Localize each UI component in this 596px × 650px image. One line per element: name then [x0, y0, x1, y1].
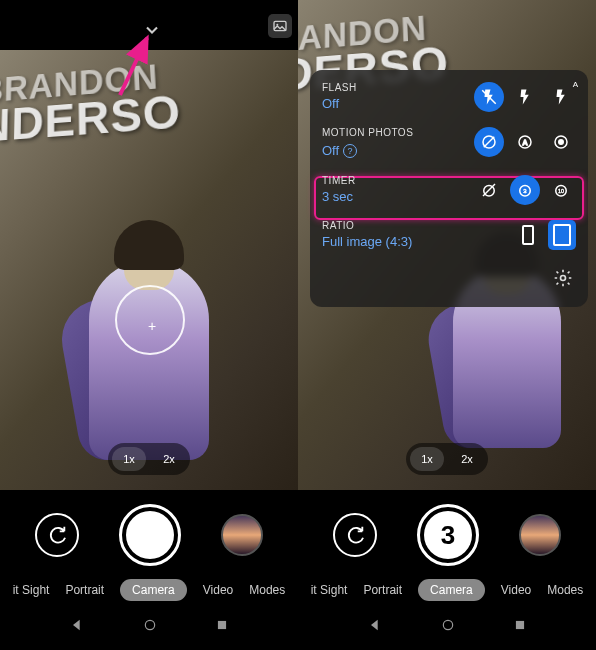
svg-line-6 — [484, 137, 495, 148]
nav-recent-icon[interactable] — [513, 618, 527, 636]
mode-modes[interactable]: Modes — [547, 583, 583, 597]
svg-point-10 — [559, 140, 564, 145]
phone-screenshot-right: BRANDON NDERSO FLASH Off A MOTION PH — [298, 0, 596, 650]
mode-camera[interactable]: Camera — [120, 579, 187, 601]
camera-viewfinder[interactable]: BRANDON NDERSO + 1x 2x — [0, 50, 298, 490]
mode-camera[interactable]: Camera — [418, 579, 485, 601]
setting-motion-row: MOTION PHOTOS Off? A — [322, 127, 576, 159]
zoom-2x[interactable]: 2x — [450, 447, 484, 471]
motion-off-icon[interactable] — [474, 127, 504, 157]
ratio-43-icon[interactable] — [548, 220, 576, 250]
mode-portrait[interactable]: Portrait — [65, 583, 104, 597]
svg-point-2 — [145, 620, 154, 629]
timer-3s-icon[interactable]: 3 — [510, 175, 540, 205]
gear-icon[interactable] — [550, 265, 576, 291]
zoom-selector: 1x 2x — [108, 443, 190, 475]
svg-text:A: A — [523, 139, 528, 146]
camera-settings-panel: FLASH Off A MOTION PHOTOS Off? A — [310, 70, 588, 307]
svg-point-18 — [443, 620, 452, 629]
mode-portrait[interactable]: Portrait — [363, 583, 402, 597]
nav-recent-icon[interactable] — [215, 618, 229, 636]
flash-on-icon[interactable] — [546, 82, 576, 112]
mode-video[interactable]: Video — [501, 583, 531, 597]
motion-auto-icon[interactable]: A — [510, 127, 540, 157]
last-photo-thumbnail[interactable] — [519, 514, 561, 556]
switch-camera-button[interactable] — [35, 513, 79, 557]
help-icon[interactable]: ? — [343, 144, 357, 158]
zoom-1x[interactable]: 1x — [112, 447, 146, 471]
android-navbar — [298, 612, 596, 642]
camera-viewfinder[interactable]: BRANDON NDERSO FLASH Off A MOTION PH — [298, 0, 596, 490]
mode-modes[interactable]: Modes — [249, 583, 285, 597]
android-navbar — [0, 612, 298, 642]
camera-controls: 3 — [298, 495, 596, 575]
shutter-button[interactable] — [119, 504, 181, 566]
book-cover-title: BRANDON NDERSO — [0, 50, 298, 191]
setting-flash-row: FLASH Off A — [322, 82, 576, 111]
mode-selector[interactable]: it Sight Portrait Camera Video Modes — [0, 575, 298, 605]
shutter-countdown: 3 — [424, 511, 472, 559]
nav-back-icon[interactable] — [367, 617, 383, 637]
mode-video[interactable]: Video — [203, 583, 233, 597]
top-bar — [0, 0, 298, 50]
mode-night-sight[interactable]: it Sight — [13, 583, 50, 597]
setting-timer-row: TIMER 3 sec 3 10 — [322, 175, 576, 204]
focus-crosshair: + — [148, 318, 156, 334]
flash-off-icon[interactable] — [474, 82, 504, 112]
svg-point-17 — [561, 276, 566, 281]
timer-off-icon[interactable] — [474, 175, 504, 205]
svg-rect-3 — [218, 621, 226, 629]
mode-selector[interactable]: it Sight Portrait Camera Video Modes — [298, 575, 596, 605]
timer-10s-icon[interactable]: 10 — [546, 175, 576, 205]
ratio-34-icon[interactable] — [514, 220, 542, 250]
last-photo-thumbnail[interactable] — [221, 514, 263, 556]
nav-home-icon[interactable] — [143, 618, 157, 636]
svg-text:10: 10 — [558, 188, 564, 194]
motion-on-icon[interactable] — [546, 127, 576, 157]
flash-auto-icon[interactable]: A — [510, 82, 540, 112]
nav-back-icon[interactable] — [69, 617, 85, 637]
svg-text:3: 3 — [523, 188, 527, 194]
gallery-icon[interactable] — [268, 14, 292, 38]
phone-screenshot-left: BRANDON NDERSO + 1x 2x it Sight Portrait… — [0, 0, 298, 650]
motion-value: Off? — [322, 143, 357, 158]
switch-camera-button[interactable] — [333, 513, 377, 557]
setting-ratio-row: RATIO Full image (4:3) — [322, 220, 576, 249]
zoom-2x[interactable]: 2x — [152, 447, 186, 471]
zoom-1x[interactable]: 1x — [410, 447, 444, 471]
chevron-down-icon[interactable] — [140, 18, 164, 42]
zoom-selector: 1x 2x — [406, 443, 488, 475]
mode-night-sight[interactable]: it Sight — [311, 583, 348, 597]
svg-rect-19 — [516, 621, 524, 629]
camera-controls — [0, 495, 298, 575]
nav-home-icon[interactable] — [441, 618, 455, 636]
shutter-button[interactable]: 3 — [417, 504, 479, 566]
